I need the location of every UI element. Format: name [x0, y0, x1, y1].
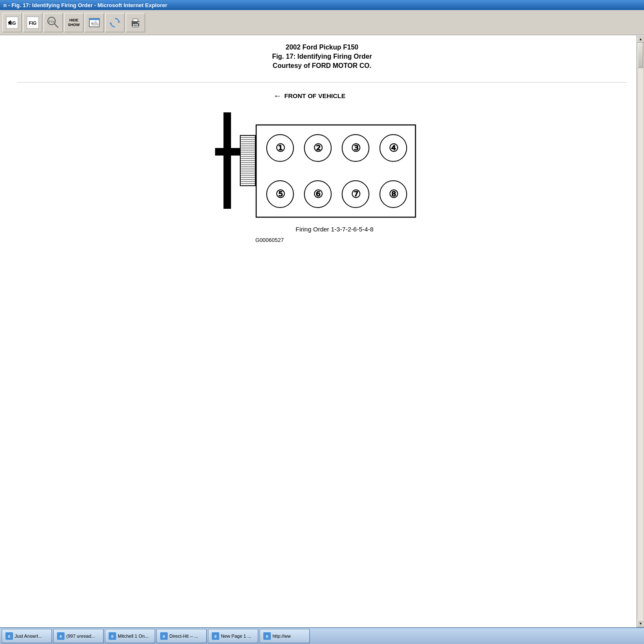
svg-text:④: ④ — [389, 142, 398, 154]
svg-text:⑧: ⑧ — [389, 188, 398, 200]
taskbar-btn-3[interactable]: e Mitchell 1 On... — [105, 629, 155, 643]
svg-rect-18 — [134, 26, 137, 26]
taskbar-btn-6[interactable]: e http://ww — [260, 629, 310, 643]
image-button[interactable] — [85, 13, 104, 32]
title-bar: n - Fig. 17: Identifying Firing Order - … — [0, 0, 644, 10]
prev-fig-button[interactable]: FIG — [3, 13, 22, 32]
scroll-down-arrow[interactable]: ▼ — [637, 620, 644, 627]
svg-text:③: ③ — [351, 142, 361, 154]
scrollbar[interactable]: ▲ ▼ — [636, 35, 644, 627]
hide-show-label: HIDESHOW — [68, 18, 80, 27]
svg-rect-16 — [133, 24, 138, 27]
ie-icon-3: e — [109, 632, 116, 640]
divider — [17, 82, 627, 83]
svg-text:①: ① — [275, 142, 285, 154]
ie-icon-2: e — [57, 632, 65, 640]
fig-prev-icon: FIG — [6, 16, 18, 29]
svg-text:FIG: FIG — [29, 21, 36, 26]
find-button[interactable]: FIN — [44, 13, 63, 32]
firing-order-text: Firing Order 1-3-7-2-6-5-4-8 — [296, 226, 374, 233]
svg-text:⑤: ⑤ — [275, 188, 285, 200]
taskbar-label-3: Mitchell 1 On... — [118, 634, 148, 639]
svg-line-6 — [54, 23, 58, 28]
ie-icon-4: e — [160, 632, 168, 640]
svg-rect-15 — [133, 19, 138, 21]
svg-rect-21 — [215, 148, 240, 156]
taskbar-btn-1[interactable]: e Just Answrl... — [2, 629, 52, 643]
find-icon: FIN — [46, 15, 61, 30]
ie-icon-6: e — [263, 632, 271, 640]
scrollbar-thumb[interactable] — [638, 43, 643, 68]
front-label-text: FRONT OF VEHICLE — [284, 92, 345, 99]
taskbar-label-1: Just Answrl... — [15, 634, 42, 639]
fig-title: Fig. 17: Identifying Firing Order — [17, 53, 627, 60]
courtesy-text: Courtesy of FORD MOTOR CO. — [17, 62, 627, 70]
svg-rect-9 — [89, 18, 99, 20]
content-area: 2002 Ford Pickup F150 Fig. 17: Identifyi… — [0, 35, 644, 627]
fig-icon: FIG — [26, 16, 39, 29]
taskbar-btn-2[interactable]: e (997 unread... — [53, 629, 104, 643]
taskbar-label-4: Direct-Hit -- ... — [169, 634, 198, 639]
fig-button[interactable]: FIG — [23, 13, 42, 32]
title-bar-text: n - Fig. 17: Identifying Firing Order - … — [3, 2, 167, 8]
firing-order-svg: ① ② ③ ④ ⑤ ⑥ ⑦ — [198, 104, 421, 221]
scrollbar-track[interactable] — [638, 43, 643, 620]
taskbar: e Just Answrl... e (997 unread... e Mitc… — [0, 627, 644, 644]
taskbar-label-5: New Page 1 ... — [221, 634, 251, 639]
print-button[interactable] — [126, 13, 145, 32]
engine-diagram: ① ② ③ ④ ⑤ ⑥ ⑦ — [198, 104, 421, 221]
hide-show-button[interactable]: HIDESHOW — [64, 13, 83, 32]
taskbar-label-6: http://ww — [273, 634, 291, 639]
svg-text:⑦: ⑦ — [351, 188, 361, 200]
front-label: ← FRONT OF VEHICLE — [273, 91, 345, 101]
page-title: 2002 Ford Pickup F150 — [17, 44, 627, 51]
arrow-left-icon: ← — [273, 91, 282, 101]
refresh-icon — [109, 16, 121, 29]
taskbar-label-2: (997 unread... — [66, 634, 95, 639]
svg-point-19 — [138, 22, 139, 23]
part-number: G00060527 — [255, 237, 284, 243]
svg-text:⑥: ⑥ — [313, 188, 323, 200]
scroll-up-arrow[interactable]: ▲ — [637, 35, 644, 43]
ie-icon-5: e — [212, 632, 219, 640]
image-icon — [88, 16, 101, 29]
print-icon — [129, 16, 142, 29]
refresh-button[interactable] — [105, 13, 125, 32]
svg-text:②: ② — [313, 142, 323, 154]
taskbar-btn-4[interactable]: e Direct-Hit -- ... — [156, 629, 207, 643]
ie-icon-1: e — [5, 632, 13, 640]
diagram-container: ← FRONT OF VEHICLE — [17, 91, 627, 243]
svg-text:FIN: FIN — [49, 20, 55, 23]
toolbar: FIG FIG FIN HIDESHOW — [0, 10, 644, 35]
svg-rect-17 — [134, 25, 137, 26]
taskbar-btn-5[interactable]: e New Page 1 ... — [208, 629, 258, 643]
svg-rect-20 — [223, 112, 231, 209]
